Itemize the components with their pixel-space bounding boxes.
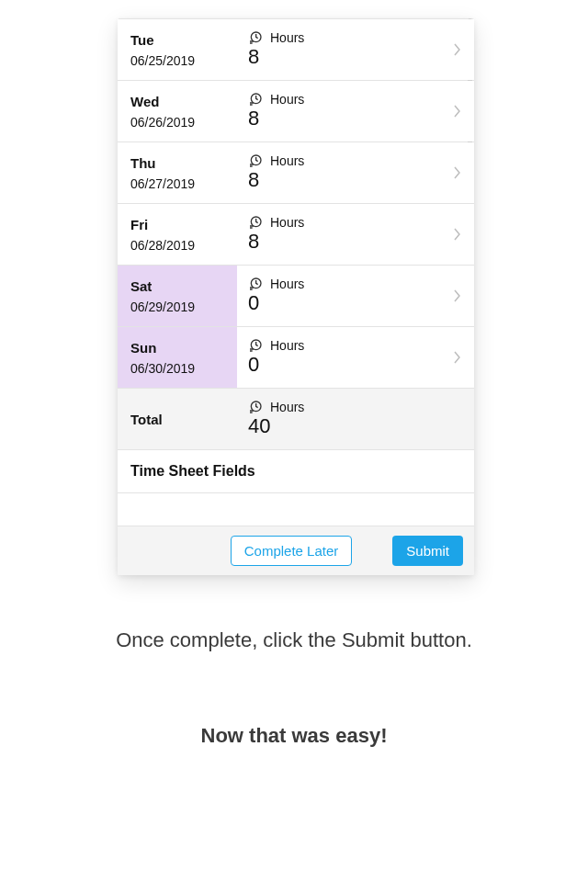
- hours-label: Hours: [270, 400, 304, 414]
- total-label: Total: [130, 412, 237, 427]
- hours-cell[interactable]: Hours 8: [237, 142, 474, 203]
- submit-button[interactable]: Submit: [392, 536, 463, 566]
- clock-icon: [248, 153, 263, 168]
- hours-cell[interactable]: Hours 8: [237, 81, 474, 141]
- date-cell: Sat 06/29/2019: [118, 266, 237, 326]
- date-cell: Wed 06/26/2019: [118, 81, 237, 141]
- clock-icon: [248, 400, 263, 414]
- clock-icon: [248, 30, 263, 45]
- day-date: 06/30/2019: [130, 361, 237, 376]
- day-name: Fri: [130, 217, 237, 232]
- hours-label: Hours: [270, 153, 304, 168]
- date-cell: Sun 06/30/2019: [118, 327, 237, 388]
- clock-icon: [248, 277, 263, 291]
- total-row: Total Hours 40: [118, 388, 474, 449]
- date-cell: Fri 06/28/2019: [118, 204, 237, 265]
- total-hours-cell: Hours 40: [237, 389, 474, 449]
- day-name: Sat: [130, 278, 237, 294]
- tagline-text: Now that was easy!: [0, 724, 588, 748]
- hours-cell[interactable]: Hours 0: [237, 327, 474, 388]
- chevron-right-icon: [454, 228, 461, 241]
- empty-row: [118, 492, 474, 526]
- day-date: 06/25/2019: [130, 53, 237, 68]
- hours-value: 8: [248, 107, 474, 130]
- hours-value: 0: [248, 291, 474, 315]
- hours-value: 0: [248, 353, 474, 377]
- day-date: 06/26/2019: [130, 115, 237, 130]
- table-row[interactable]: Sat 06/29/2019 Hours 0: [118, 265, 474, 326]
- hours-cell[interactable]: Hours 8: [237, 19, 474, 80]
- table-row[interactable]: Tue 06/25/2019 Hours 8: [118, 18, 474, 80]
- hours-label: Hours: [270, 215, 304, 230]
- hours-cell[interactable]: Hours 8: [237, 204, 474, 265]
- date-cell: Tue 06/25/2019: [118, 19, 237, 80]
- hours-cell[interactable]: Hours 0: [237, 266, 474, 326]
- table-row[interactable]: Wed 06/26/2019 Hours 8: [118, 80, 474, 141]
- total-label-cell: Total: [118, 389, 237, 449]
- day-date: 06/29/2019: [130, 300, 237, 314]
- timesheet-card: Tue 06/25/2019 Hours 8 Wed 06/26/2019 Ho…: [118, 18, 474, 575]
- hours-label: Hours: [270, 92, 304, 107]
- chevron-right-icon: [454, 43, 461, 56]
- clock-icon: [248, 338, 263, 353]
- table-row[interactable]: Fri 06/28/2019 Hours 8: [118, 203, 474, 265]
- footer: Complete Later Submit: [118, 526, 474, 575]
- day-name: Thu: [130, 155, 237, 171]
- complete-later-button[interactable]: Complete Later: [231, 536, 353, 566]
- chevron-right-icon: [454, 166, 461, 179]
- table-row[interactable]: Sun 06/30/2019 Hours 0: [118, 326, 474, 388]
- chevron-right-icon: [454, 351, 461, 364]
- day-name: Sun: [130, 340, 237, 356]
- day-name: Wed: [130, 94, 237, 109]
- hours-label: Hours: [270, 338, 304, 353]
- hours-value: 8: [248, 45, 474, 69]
- chevron-right-icon: [454, 289, 461, 302]
- day-name: Tue: [130, 32, 237, 48]
- hours-value: 8: [248, 230, 474, 254]
- chevron-right-icon: [454, 105, 461, 118]
- clock-icon: [248, 92, 263, 107]
- section-header: Time Sheet Fields: [118, 449, 474, 492]
- hours-value: 8: [248, 168, 474, 192]
- hours-label: Hours: [270, 277, 304, 291]
- clock-icon: [248, 215, 263, 230]
- hours-label: Hours: [270, 30, 304, 45]
- table-row[interactable]: Thu 06/27/2019 Hours 8: [118, 141, 474, 203]
- date-cell: Thu 06/27/2019: [118, 142, 237, 203]
- instruction-text: Once complete, click the Submit button.: [0, 625, 588, 656]
- total-hours-value: 40: [248, 414, 474, 438]
- day-date: 06/28/2019: [130, 238, 237, 253]
- day-date: 06/27/2019: [130, 176, 237, 191]
